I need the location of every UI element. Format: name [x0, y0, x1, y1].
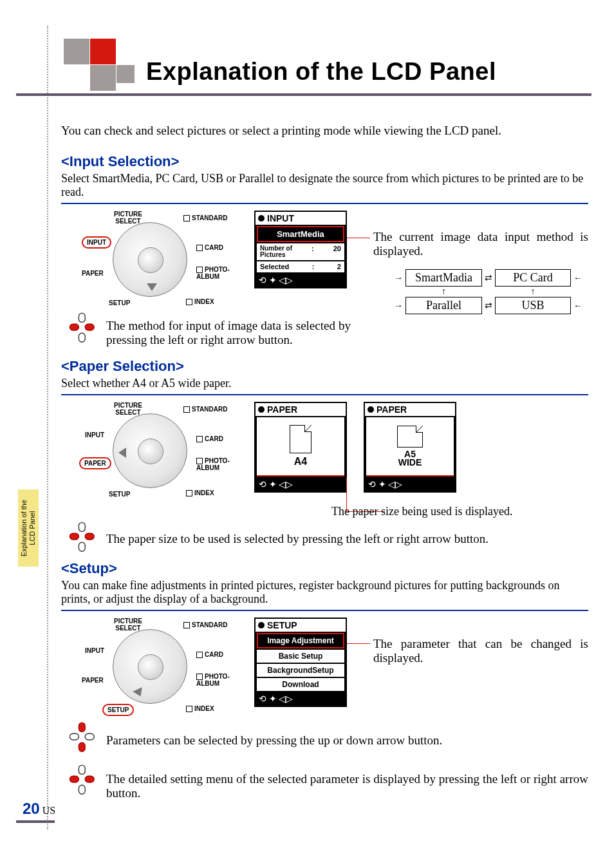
page-region: US — [42, 805, 55, 816]
section-rule — [61, 394, 588, 395]
setup-subtext: You can make fine adjustments in printed… — [61, 579, 588, 606]
section-input: <Input Selection> Select SmartMedia, PC … — [61, 153, 588, 363]
page-number: 20 — [23, 800, 40, 817]
paper-callout: The paper size being used is displayed. — [331, 505, 588, 518]
lcd-panel-setup: SETUP Image Adjustment Basic Setup Backg… — [254, 618, 347, 707]
svg-rect-11 — [85, 733, 94, 740]
section-paper: <Paper Selection> Select whether A4 or A… — [61, 358, 588, 563]
section-rule — [61, 610, 588, 611]
wheel-label-paper: PAPER — [82, 677, 104, 684]
lcd-footer-icons: ⟲ ✦ ◁▷ — [256, 692, 346, 706]
wheel-label-paper: PAPER — [82, 270, 104, 277]
wheel-label-standard: STANDARD — [183, 406, 227, 413]
setup-callout: The parameter that can be changed is dis… — [373, 637, 588, 665]
wheel-label-paper: PAPER — [79, 457, 111, 469]
svg-rect-9 — [79, 742, 85, 751]
mode-wheel-diagram: PICTURESELECT INPUT PAPER SETUP STANDARD… — [75, 618, 243, 721]
wheel-label-photo-album: PHOTO-ALBUM — [196, 673, 230, 687]
dpad-up-down-icon — [69, 722, 96, 756]
wheel-label-input: INPUT — [82, 236, 111, 249]
setup-note-1: Parameters can be selected by pressing t… — [106, 733, 588, 748]
wheel-label-card: CARD — [196, 651, 223, 658]
opt-usb: USB — [495, 297, 571, 314]
mode-wheel-diagram: PICTURESELECT INPUT PAPER SETUP STANDARD… — [75, 402, 243, 505]
section-setup: <Setup> You can make fine adjustments in… — [61, 560, 588, 815]
wheel-label-input: INPUT — [85, 431, 104, 439]
paper-note: The paper size to be used is selected by… — [106, 532, 588, 546]
input-callout: The current image data input method is d… — [373, 230, 588, 258]
lcd-header: INPUT — [256, 212, 346, 225]
svg-rect-7 — [85, 533, 94, 540]
page-footer-bar — [16, 820, 55, 823]
wheel-label-standard: STANDARD — [183, 214, 227, 222]
lcd-panel-paper-a5: PAPER A5WIDE ⟲ ✦ ◁▷ — [364, 402, 456, 493]
wheel-label-input: INPUT — [85, 647, 104, 654]
wheel-label-standard: STANDARD — [183, 621, 227, 628]
lcd-header: SETUP — [256, 619, 346, 632]
setup-item-image-adjustment: Image Adjustment — [257, 633, 344, 648]
svg-rect-4 — [79, 522, 85, 531]
wheel-label-index: INDEX — [186, 298, 214, 305]
paper-size-a5: A5WIDE — [398, 450, 422, 467]
dpad-left-right-icon — [69, 764, 96, 798]
wheel-label-card: CARD — [196, 244, 223, 251]
wheel-label-picture-select: PICTURESELECT — [114, 618, 142, 632]
dpad-left-right-icon — [69, 522, 96, 556]
opt-smartmedia: SmartMadia — [405, 269, 482, 287]
page-footer: 20 US — [23, 800, 55, 818]
setup-note-2: The detailed setting menu of the selecte… — [106, 772, 588, 800]
lcd-row-selected: Selected:2 — [257, 261, 344, 272]
paper-size-a4: A4 — [294, 456, 307, 467]
lcd-header: PAPER — [365, 403, 455, 416]
svg-rect-12 — [79, 765, 85, 774]
wheel-label-card: CARD — [196, 435, 223, 442]
paper-heading: <Paper Selection> — [61, 358, 588, 375]
wheel-label-photo-album: PHOTO-ALBUM — [196, 457, 230, 471]
wheel-label-setup: SETUP — [109, 299, 130, 307]
wheel-label-index: INDEX — [186, 489, 214, 496]
wheel-label-photo-album: PHOTO-ALBUM — [196, 266, 230, 280]
opt-pccard: PC Card — [495, 269, 571, 287]
setup-item-download: Download — [257, 678, 344, 691]
svg-rect-13 — [79, 785, 85, 794]
lcd-selected-source: SmartMedia — [257, 226, 344, 242]
wheel-label-setup: SETUP — [102, 704, 134, 716]
callout-leader-line — [347, 643, 370, 644]
setup-heading: <Setup> — [61, 560, 588, 577]
input-note: The method for input of image data is se… — [106, 319, 351, 347]
mode-wheel-diagram: PICTURESELECT INPUT PAPER SETUP STANDARD… — [75, 211, 243, 314]
svg-rect-14 — [70, 776, 79, 782]
svg-rect-8 — [79, 722, 85, 731]
paper-subtext: Select whether A4 or A5 wide paper. — [61, 377, 588, 390]
section-rule — [61, 203, 588, 204]
lcd-footer-icons: ⟲ ✦ ◁▷ — [256, 274, 346, 287]
setup-item-background-setup: BackgroundSetup — [257, 664, 344, 677]
lcd-row-number-of-pictures: Number ofPictures:20 — [257, 243, 344, 260]
wheel-label-picture-select: PICTURESELECT — [114, 211, 142, 225]
svg-rect-6 — [70, 533, 79, 540]
input-subtext: Select SmartMedia, PC Card, USB or Paral… — [61, 172, 588, 199]
lcd-panel-paper-a4: PAPER A4 ⟲ ✦ ◁▷ — [254, 402, 347, 493]
svg-rect-15 — [85, 776, 94, 782]
side-tab: Explanation of theLCD Panel — [18, 489, 39, 567]
svg-rect-5 — [79, 542, 85, 551]
lcd-footer-icons: ⟲ ✦ ◁▷ — [365, 478, 455, 491]
vertical-dotted-rule — [47, 26, 48, 829]
lcd-panel-input: INPUT SmartMedia Number ofPictures:20 Se… — [254, 211, 347, 288]
header-rule — [16, 93, 591, 96]
page-title: Explanation of the LCD Panel — [146, 58, 496, 86]
svg-rect-1 — [79, 333, 85, 342]
wheel-label-index: INDEX — [186, 705, 214, 712]
dpad-left-right-icon — [69, 312, 96, 346]
opt-parallel: Parallel — [405, 297, 482, 314]
lcd-header: PAPER — [256, 403, 346, 416]
callout-leader-line — [347, 238, 370, 238]
intro-text: You can check and select pictures or sel… — [61, 124, 575, 138]
wheel-label-setup: SETUP — [109, 491, 130, 498]
setup-item-basic-setup: Basic Setup — [257, 650, 344, 663]
input-heading: <Input Selection> — [61, 153, 588, 170]
svg-rect-3 — [85, 324, 94, 330]
wheel-label-picture-select: PICTURESELECT — [114, 402, 142, 416]
lcd-footer-icons: ⟲ ✦ ◁▷ — [256, 478, 346, 491]
input-options-flow: →SmartMadia⇄PC Card← ↑↑ →Parallel⇄USB← — [391, 269, 585, 314]
